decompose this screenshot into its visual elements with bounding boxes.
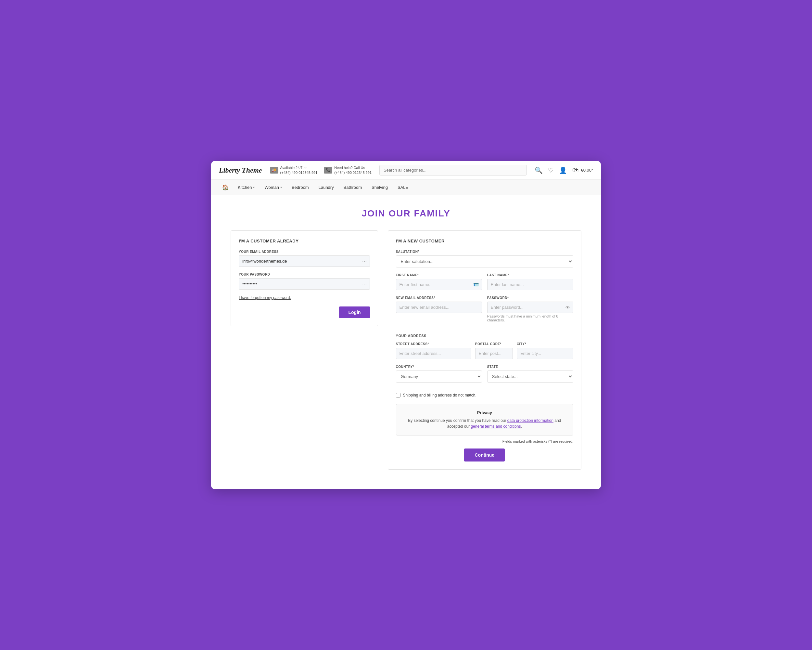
wishlist-icon[interactable]: ♡: [548, 167, 554, 174]
country-label: COUNTRY*: [396, 365, 482, 369]
country-group: COUNTRY* Germany Austria Switzerland: [396, 365, 482, 382]
data-protection-link[interactable]: data protection information: [507, 418, 554, 423]
nav-item-laundry[interactable]: Laundry: [315, 180, 338, 194]
password-hint: Passwords must have a minimum length of …: [487, 314, 573, 322]
privacy-text: By selecting continue you confirm that y…: [402, 418, 567, 429]
city-group: CITY*: [517, 342, 573, 359]
password-group: YOUR PASSWORD ⋯: [239, 273, 370, 289]
street-label: STREET ADDRESS*: [396, 342, 471, 346]
support2-phone: (+484) 490 012345 991: [334, 170, 372, 175]
email-label: YOUR EMAIL ADDRESS: [239, 250, 370, 254]
billing-checkbox-label: Shipping and billing address do not matc…: [403, 393, 476, 398]
nav-item-sale[interactable]: SALE: [394, 180, 412, 194]
password-label: YOUR PASSWORD: [239, 273, 370, 276]
nav-home[interactable]: 🏠: [219, 180, 232, 195]
new-email-label: NEW EMAIL ADDRESS*: [396, 296, 482, 300]
continue-button[interactable]: Continue: [464, 448, 505, 462]
nav-item-bathroom[interactable]: Bathroom: [340, 180, 366, 194]
lastname-field[interactable]: [487, 279, 573, 290]
support1-phone: (+484) 490 012345 991: [280, 170, 317, 175]
terms-link[interactable]: general terms and conditions: [471, 424, 520, 429]
account-icon[interactable]: 👤: [559, 167, 567, 174]
new-email-field[interactable]: [396, 301, 482, 313]
page-title: JOIN OUR FAMILY: [230, 208, 582, 219]
city-label: CITY*: [517, 342, 573, 346]
new-customer-heading: I'M A NEW CUSTOMER: [396, 239, 573, 243]
firstname-group: FIRST NAME* 🪪: [396, 273, 482, 290]
main-nav: 🏠 Kitchen ▾ Woman ▾ Bedroom Laundry Bath…: [211, 180, 601, 195]
search-input[interactable]: [379, 165, 527, 176]
lastname-group: LAST NAME*: [487, 273, 573, 290]
city-field[interactable]: [517, 348, 573, 359]
privacy-text-after: .: [521, 424, 522, 429]
support-item-2: 📞 Need help? Call Us (+484) 490 012345 9…: [324, 165, 372, 175]
street-postal-city-row: STREET ADDRESS* POSTAL CODE* CITY*: [396, 342, 573, 365]
login-button[interactable]: Login: [339, 306, 369, 318]
chevron-down-icon: ▾: [253, 185, 255, 189]
header-support-info: 🚚 Available 24/7 at (+484) 490 012345 99…: [270, 165, 372, 175]
new-password-field[interactable]: [487, 301, 573, 313]
country-select[interactable]: Germany Austria Switzerland: [396, 370, 482, 382]
state-select[interactable]: Select state...: [487, 370, 573, 382]
billing-checkbox[interactable]: [396, 393, 400, 398]
postal-field[interactable]: [475, 348, 513, 359]
password-input-wrapper: ⋯: [239, 278, 370, 289]
address-section: YOUR ADDRESS STREET ADDRESS* POSTAL CODE…: [396, 334, 573, 388]
email-field[interactable]: [239, 255, 370, 267]
password-field[interactable]: [239, 278, 370, 289]
header-icon-group: 🔍 ♡ 👤 🛍 €0.00*: [535, 167, 593, 174]
header: Liberty Theme 🚚 Available 24/7 at (+484)…: [211, 161, 601, 180]
required-note: Fields marked with asterisks (*) are req…: [396, 439, 573, 443]
billing-checkbox-row: Shipping and billing address do not matc…: [396, 393, 573, 398]
firstname-field[interactable]: [396, 279, 482, 290]
nav-item-kitchen[interactable]: Kitchen ▾: [234, 180, 258, 194]
firstname-label: FIRST NAME*: [396, 273, 482, 277]
state-label: STATE: [487, 365, 573, 369]
truck-icon: 🚚: [270, 167, 278, 174]
id-icon: 🪪: [473, 282, 479, 287]
email-password-row: NEW EMAIL ADDRESS* PASSWORD* 👁 Passwords…: [396, 296, 573, 328]
chevron-down-icon: ▾: [280, 185, 282, 189]
new-email-group: NEW EMAIL ADDRESS*: [396, 296, 482, 322]
salutation-label: SALUTATION*: [396, 250, 573, 254]
cart-amount: €0.00*: [581, 168, 593, 173]
search-icon[interactable]: 🔍: [535, 167, 543, 174]
salutation-select[interactable]: Enter salutation... Mr. Ms. Mrs.: [396, 255, 573, 268]
salutation-group: SALUTATION* Enter salutation... Mr. Ms. …: [396, 250, 573, 268]
support1-label: Available 24/7 at: [280, 165, 317, 170]
state-group: STATE Select state...: [487, 365, 573, 382]
support-item-1: 🚚 Available 24/7 at (+484) 490 012345 99…: [270, 165, 317, 175]
postal-label: POSTAL CODE*: [475, 342, 513, 346]
two-column-layout: I'M A CUSTOMER ALREADY YOUR EMAIL ADDRES…: [230, 231, 582, 470]
main-content: JOIN OUR FAMILY I'M A CUSTOMER ALREADY Y…: [211, 195, 601, 489]
privacy-title: Privacy: [402, 410, 567, 415]
existing-customer-panel: I'M A CUSTOMER ALREADY YOUR EMAIL ADDRES…: [230, 231, 378, 326]
country-state-row: COUNTRY* Germany Austria Switzerland STA…: [396, 365, 573, 388]
lastname-label: LAST NAME*: [487, 273, 573, 277]
phone-icon: 📞: [324, 167, 332, 174]
new-password-label: PASSWORD*: [487, 296, 573, 300]
privacy-text-before: By selecting continue you confirm that y…: [408, 418, 507, 423]
nav-item-shelving[interactable]: Shelving: [368, 180, 392, 194]
nav-item-bedroom[interactable]: Bedroom: [288, 180, 313, 194]
new-password-group: PASSWORD* 👁 Passwords must have a minimu…: [487, 296, 573, 322]
nav-item-woman[interactable]: Woman ▾: [261, 180, 286, 194]
street-group: STREET ADDRESS*: [396, 342, 471, 359]
cart-area[interactable]: 🛍 €0.00*: [572, 167, 593, 174]
new-customer-panel: I'M A NEW CUSTOMER SALUTATION* Enter sal…: [388, 231, 582, 470]
postal-group: POSTAL CODE*: [475, 342, 513, 359]
privacy-box: Privacy By selecting continue you confir…: [396, 404, 573, 436]
existing-customer-heading: I'M A CUSTOMER ALREADY: [239, 239, 370, 243]
address-section-label: YOUR ADDRESS: [396, 334, 573, 338]
main-window: Liberty Theme 🚚 Available 24/7 at (+484)…: [211, 161, 601, 489]
email-input-wrapper: ⋯: [239, 255, 370, 267]
name-fields-row: FIRST NAME* 🪪 LAST NAME*: [396, 273, 573, 296]
cart-icon: 🛍: [572, 167, 579, 174]
site-logo: Liberty Theme: [219, 166, 262, 174]
street-field[interactable]: [396, 348, 471, 359]
password-icon: ⋯: [362, 281, 367, 287]
email-icon: ⋯: [362, 259, 367, 264]
email-group: YOUR EMAIL ADDRESS ⋯: [239, 250, 370, 267]
show-password-icon[interactable]: 👁: [565, 305, 570, 310]
forgot-password-link[interactable]: I have forgotten my password.: [239, 295, 370, 300]
